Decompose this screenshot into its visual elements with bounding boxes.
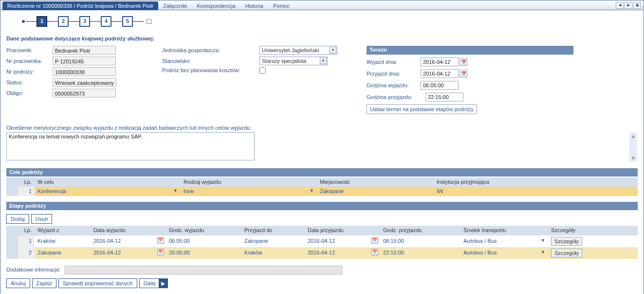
- tab-correspondence[interactable]: Korespondencja: [192, 1, 240, 10]
- col-lp: Lp.: [18, 177, 35, 187]
- cell-lp: 1: [18, 235, 35, 247]
- tab-nav-left-icon[interactable]: ◀: [616, 2, 624, 9]
- tab-nav-max-icon[interactable]: ▣: [633, 2, 641, 9]
- zapisz-button[interactable]: Zapisz: [32, 278, 56, 288]
- input-godzina-wyjazdu[interactable]: 06:05:00: [421, 81, 459, 90]
- tab-history[interactable]: Historia: [240, 1, 268, 10]
- label-godzina-przyjazdu: Godzina przyjazdu:: [367, 94, 423, 100]
- col-godz-wyjazdu: Godz. wyjazdu: [166, 226, 241, 235]
- chevron-down-icon: ▼: [541, 250, 545, 255]
- calendar-icon[interactable]: 📅: [460, 70, 467, 78]
- value-obligo: 0500052973: [53, 89, 116, 98]
- input-przyjazd-dnia[interactable]: 2016-04-12: [421, 69, 459, 78]
- anuluj-button[interactable]: Anuluj: [6, 278, 30, 288]
- calendar-icon[interactable]: 📅: [371, 237, 378, 244]
- col-data-wyjazdu: Data wyjazdu: [91, 226, 166, 235]
- cell-przyjazd-do[interactable]: Zakopane: [241, 235, 305, 247]
- table-etapy: Lp. Wyjazd z Data wyjazdu Godz. wyjazdu …: [6, 226, 638, 258]
- tab-main[interactable]: Rozliczenie nr 1000000338 / Podróż krajo…: [2, 1, 158, 10]
- cell-instytucja[interactable]: IW: [434, 187, 638, 196]
- ustaw-termin-button[interactable]: Ustaw termin na podstawie etapów podróży: [367, 104, 477, 114]
- table-row[interactable]: 1 Konferencja▼ Inne▼ Zakopane IW: [6, 187, 638, 196]
- checkbox-bez-planowania[interactable]: [259, 67, 266, 74]
- cell-godz-przyjazdu[interactable]: 08:15:00: [380, 235, 460, 247]
- value-nr-podrozy: 1000000338: [53, 67, 116, 76]
- row-selector[interactable]: [6, 247, 18, 259]
- tab-nav-right-icon[interactable]: ▶: [625, 2, 632, 9]
- szczegoly-button[interactable]: Szczegóły: [551, 249, 582, 257]
- cell-wyjazd-z[interactable]: Kraków: [35, 235, 91, 247]
- label-obligo: Obligo:: [6, 90, 53, 97]
- cell-przyjazd-do[interactable]: Kraków: [241, 247, 305, 259]
- wizard-start-dot: [22, 20, 25, 23]
- label-status: Status:: [6, 79, 53, 86]
- wizard-end-icon: [147, 19, 151, 24]
- col-miejscowosc: Miejscowość: [317, 177, 434, 187]
- cell-rodzaj[interactable]: Inne▼: [181, 187, 317, 196]
- wizard-step-1[interactable]: 1: [37, 16, 47, 27]
- wizard-step-4[interactable]: 4: [101, 16, 111, 27]
- chevron-down-icon: ▼: [330, 47, 336, 54]
- wizard-step-2[interactable]: 2: [58, 16, 69, 27]
- cell-data-przyjazdu[interactable]: 2016-04-12📅: [305, 235, 380, 247]
- select-jednostka[interactable]: Uniwersytet Jagielloński ▼: [259, 46, 337, 55]
- label-jednostka: Jednostka gospodarcza:: [162, 47, 259, 54]
- cell-wcelu[interactable]: Konferencja▼: [35, 187, 181, 196]
- cell-data-przyjazdu[interactable]: 2016-04-12📅: [305, 247, 380, 259]
- cell-miejscowosc[interactable]: Zakopane: [317, 187, 434, 196]
- cell-srodek[interactable]: Autobus / Bus▼: [460, 235, 548, 247]
- label-dodatkowe-informacje: Dodatkowe informacje:: [6, 267, 61, 273]
- tab-help[interactable]: Pomoc: [268, 1, 294, 10]
- col-lp: Lp.: [18, 226, 35, 235]
- scroll-down-icon[interactable]: ▼: [630, 155, 637, 162]
- cell-data-wyjazdu[interactable]: 2016-04-12📅: [91, 247, 166, 259]
- cell-wyjazd-z[interactable]: Zakopane: [35, 247, 91, 259]
- cell-data-wyjazdu[interactable]: 2016-04-12📅: [91, 235, 166, 247]
- wizard-step-3[interactable]: 3: [79, 16, 90, 27]
- select-jednostka-value: Uniwersytet Jagielloński: [262, 47, 319, 54]
- cell-godz-przyjazdu[interactable]: 22:15:00: [380, 247, 460, 259]
- col-szczegoly: Szczegóły: [548, 226, 638, 235]
- label-nr-pracownika: Nr pracownika:: [6, 58, 53, 64]
- cell-srodek[interactable]: Autobus / Bus▼: [460, 247, 548, 259]
- dodaj-button[interactable]: Dodaj: [6, 214, 29, 224]
- col-godz-przyjazdu: Godz. przyjazdu: [380, 226, 460, 235]
- tab-attachments[interactable]: Załączniki: [158, 1, 192, 10]
- szczegoly-button[interactable]: Szczegóły: [551, 237, 582, 246]
- table-row[interactable]: 2 Zakopane 2016-04-12📅 20:05:00 Kraków 2…: [6, 247, 638, 259]
- calendar-icon[interactable]: 📅: [157, 249, 164, 255]
- value-dodatkowe-informacje: [65, 266, 342, 274]
- col-wyjazd-z: Wyjazd z: [35, 226, 91, 235]
- calendar-icon[interactable]: 📅: [371, 249, 378, 255]
- table-row[interactable]: 1 Kraków 2016-04-12📅 06:05:00 Zakopane 2…: [6, 235, 638, 247]
- panel-header-etapy: Etapy podróży: [6, 202, 638, 210]
- scroll-up-icon[interactable]: ▲: [630, 133, 637, 139]
- label-wyjazd-dnia: Wyjazd dnia:: [367, 59, 418, 65]
- select-stanowisko-value: Starszy specjalista: [262, 58, 306, 64]
- chevron-down-icon: ▼: [320, 58, 327, 64]
- select-stanowisko[interactable]: Starszy specjalista ▼: [259, 57, 328, 65]
- usun-button[interactable]: Usuń: [31, 214, 53, 224]
- calendar-icon[interactable]: 📅: [157, 237, 164, 244]
- dalej-button[interactable]: Dalej▶: [139, 278, 168, 288]
- col-rodzaj: Rodzaj wyjazdu: [181, 177, 317, 187]
- row-selector[interactable]: [6, 187, 18, 196]
- row-selector[interactable]: [6, 235, 18, 247]
- chevron-down-icon: ▼: [310, 188, 314, 194]
- col-przyjazd-do: Przyjazd do: [241, 226, 305, 235]
- input-wyjazd-dnia[interactable]: 2016-04-12: [421, 58, 459, 66]
- value-pracownik: Bednarek Piotr: [53, 46, 116, 55]
- sprawdz-button[interactable]: Sprawdź poprawność danych: [58, 278, 137, 288]
- tab-strip: Rozliczenie nr 1000000338 / Podróż krajo…: [0, 0, 644, 10]
- calendar-icon[interactable]: 📅: [460, 58, 467, 66]
- panel-header-cele: Cele podróży: [6, 168, 638, 176]
- value-status: Wniosek zaakceptowany: [53, 78, 116, 87]
- cell-godz-wyjazdu[interactable]: 20:05:00: [166, 247, 241, 259]
- col-srodek: Środek transportu: [460, 226, 548, 235]
- textarea-okreslenie[interactable]: [6, 132, 255, 160]
- input-godzina-przyjazdu[interactable]: 22:15:00: [425, 93, 463, 101]
- cell-godz-wyjazdu[interactable]: 06:05:00: [166, 235, 241, 247]
- table-cele: Lp. W celu Rodzaj wyjazdu Miejscowość In…: [6, 177, 638, 196]
- wizard-step-5[interactable]: 5: [122, 16, 133, 27]
- label-bez-planowania: Podróż bez planowania kosztów:: [162, 67, 259, 74]
